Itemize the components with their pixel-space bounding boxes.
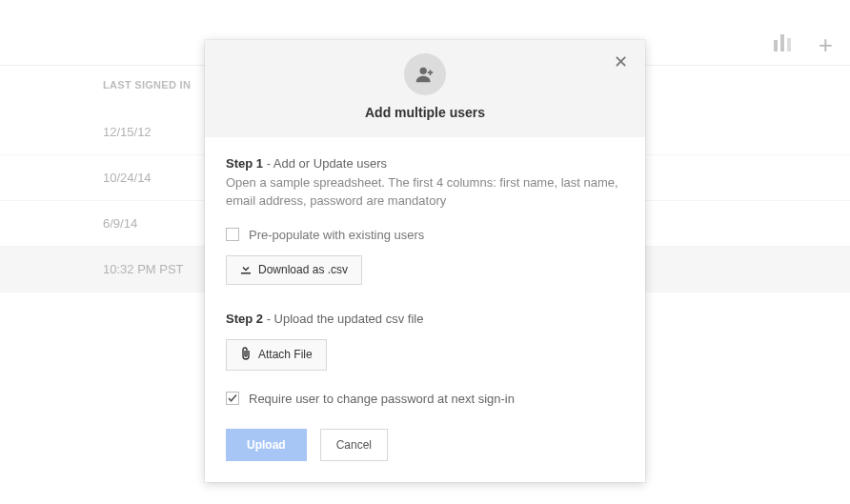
modal-body: Step 1 - Add or Update users Open a samp… <box>205 137 645 482</box>
paperclip-icon <box>240 347 252 363</box>
add-users-modal: ✕ Add multiple users Step 1 - Add or Upd… <box>205 40 645 482</box>
require-password-change-label: Require user to change password at next … <box>249 392 515 406</box>
modal-header: ✕ Add multiple users <box>205 40 645 137</box>
step2-prefix: Step 2 <box>226 312 263 326</box>
step1-description: Open a sample spreadsheet. The first 4 c… <box>226 174 624 211</box>
step1-prefix: Step 1 <box>226 156 263 171</box>
prepopulate-label: Pre-populate with existing users <box>249 228 424 242</box>
require-password-change-checkbox[interactable] <box>226 392 239 405</box>
toolbar: + <box>773 32 833 57</box>
add-icon[interactable]: + <box>819 32 833 57</box>
upload-button[interactable]: Upload <box>226 429 307 461</box>
svg-rect-1 <box>780 34 784 51</box>
require-password-change-row[interactable]: Require user to change password at next … <box>226 392 624 406</box>
step1-heading: Step 1 - Add or Update users <box>226 156 624 171</box>
close-button[interactable]: ✕ <box>614 53 628 71</box>
attach-file-label: Attach File <box>258 348 313 361</box>
download-csv-button[interactable]: Download as .csv <box>226 255 362 285</box>
attach-file-button[interactable]: Attach File <box>226 339 327 371</box>
cancel-button[interactable]: Cancel <box>320 429 388 461</box>
prepopulate-checkbox[interactable] <box>226 228 239 241</box>
download-csv-label: Download as .csv <box>258 263 348 276</box>
svg-rect-2 <box>787 38 791 51</box>
step2-heading: Step 2 - Upload the updated csv file <box>226 312 624 326</box>
download-icon <box>240 263 252 277</box>
modal-title: Add multiple users <box>220 105 630 120</box>
svg-point-3 <box>420 68 427 74</box>
user-add-avatar-icon <box>404 53 446 95</box>
close-icon: ✕ <box>614 52 628 71</box>
svg-rect-0 <box>774 40 778 51</box>
step2-title: - Upload the updated csv file <box>263 312 423 326</box>
prepopulate-checkbox-row[interactable]: Pre-populate with existing users <box>226 228 624 242</box>
modal-footer: Upload Cancel <box>226 429 624 461</box>
step1-title: - Add or Update users <box>263 156 387 171</box>
chart-bars-icon[interactable] <box>773 34 792 55</box>
